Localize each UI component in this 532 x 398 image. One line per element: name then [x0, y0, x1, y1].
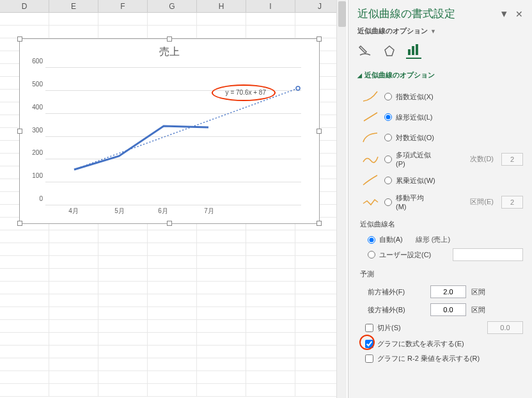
- annotation-circle: [359, 335, 375, 350]
- polynomial-icon: [361, 152, 380, 167]
- pane-title: 近似曲線の書式設定: [357, 6, 455, 21]
- svg-rect-2: [412, 46, 414, 55]
- custom-name-input[interactable]: [453, 248, 523, 261]
- y-tick: 0: [39, 195, 43, 202]
- pane-subtitle-label: 近似曲線のオプション: [357, 26, 428, 36]
- worksheet[interactable]: D E F G H I J: [0, 0, 345, 398]
- y-axis[interactable]: 0 100 200 300 400 500 600: [26, 68, 44, 205]
- chart-object[interactable]: 売上 0 100 200 300 400 500 600: [19, 38, 320, 224]
- forward-unit: 区間: [471, 287, 485, 297]
- power-label: 累乗近似(W): [396, 176, 435, 186]
- power-radio[interactable]: [384, 177, 392, 184]
- section-label: 近似曲線のオプション: [364, 70, 435, 80]
- logarithmic-radio[interactable]: [384, 134, 392, 141]
- exponential-label: 指数近似(X): [396, 92, 434, 102]
- x-axis[interactable]: 4月 5月 6月 7月: [45, 207, 301, 219]
- col-header[interactable]: H: [197, 0, 246, 12]
- auto-name-radio[interactable]: [368, 236, 375, 244]
- intercept-label: 切片(S): [377, 323, 401, 333]
- show-r2-checkbox[interactable]: [365, 354, 373, 363]
- forecast-section: 予測: [360, 269, 523, 279]
- col-header[interactable]: E: [49, 0, 98, 12]
- section-trendline-options[interactable]: ◢ 近似曲線のオプション: [357, 70, 523, 80]
- trendline[interactable]: [74, 88, 298, 170]
- exponential-radio[interactable]: [384, 93, 392, 100]
- y-tick: 500: [32, 80, 43, 87]
- auto-name-value: 線形 (売上): [416, 235, 450, 244]
- resize-handle[interactable]: [167, 36, 172, 42]
- linear-radio[interactable]: [384, 113, 392, 121]
- x-tick: 7月: [204, 207, 214, 216]
- polynomial-order-input: [501, 153, 523, 166]
- trendline-end-marker: [296, 86, 300, 90]
- svg-line-4: [364, 113, 377, 121]
- linear-icon: [361, 109, 380, 125]
- show-r2-label: グラフに R-2 乗値を表示する(R): [377, 354, 480, 363]
- x-tick: 5月: [114, 207, 125, 216]
- column-headers: D E F G H I J: [0, 0, 345, 13]
- col-header[interactable]: F: [98, 0, 148, 12]
- y-tick: 100: [32, 172, 43, 179]
- custom-name-label: ユーザー設定(C): [379, 250, 431, 260]
- resize-handle[interactable]: [17, 36, 22, 42]
- pane-subtitle-dropdown[interactable]: 近似曲線のオプション ▼: [357, 26, 523, 36]
- close-icon[interactable]: ✕: [515, 9, 523, 19]
- polynomial-order-label: 次数(D): [470, 154, 494, 164]
- vertical-scrollbar[interactable]: [336, 0, 347, 398]
- moving-average-label: 移動平均(M): [396, 193, 432, 211]
- pane-menu-icon[interactable]: ▾: [501, 8, 507, 20]
- x-tick: 6月: [158, 207, 168, 216]
- chart-title[interactable]: 売上: [20, 39, 319, 59]
- col-header[interactable]: D: [0, 0, 49, 12]
- resize-handle[interactable]: [167, 221, 172, 226]
- scroll-thumb[interactable]: [338, 1, 346, 27]
- auto-name-label: 自動(A): [379, 235, 403, 244]
- moving-average-period-input: [501, 196, 523, 209]
- svg-rect-3: [416, 44, 418, 55]
- logarithmic-icon: [361, 130, 380, 145]
- forward-input[interactable]: [430, 285, 466, 298]
- trendline-options-icon[interactable]: [406, 44, 421, 59]
- forward-label: 前方補外(F): [368, 287, 425, 297]
- col-header[interactable]: G: [148, 0, 197, 12]
- y-tick: 400: [32, 103, 43, 110]
- moving-average-radio[interactable]: [384, 198, 392, 206]
- show-equation-label: グラフに数式を表示する(E): [377, 339, 464, 349]
- custom-name-radio[interactable]: [368, 251, 375, 259]
- backward-input[interactable]: [430, 303, 466, 316]
- power-icon: [361, 173, 380, 188]
- logarithmic-label: 対数近似(O): [396, 133, 434, 143]
- moving-average-icon: [361, 195, 380, 210]
- x-tick: 4月: [68, 207, 79, 216]
- backward-unit: 区間: [471, 305, 485, 315]
- trendline-name-section: 近似曲線名: [360, 219, 523, 229]
- polynomial-label: 多項式近似(P): [396, 150, 432, 168]
- polynomial-radio[interactable]: [384, 155, 392, 163]
- plot-area[interactable]: 0 100 200 300 400 500 600 4月 5月 6月: [45, 68, 301, 205]
- backward-label: 後方補外(B): [368, 305, 425, 315]
- svg-rect-1: [408, 49, 411, 55]
- resize-handle[interactable]: [17, 221, 22, 226]
- fill-line-icon[interactable]: [357, 44, 373, 59]
- moving-average-period-label: 区間(E): [470, 197, 494, 207]
- resize-handle[interactable]: [317, 221, 322, 226]
- data-series[interactable]: [74, 126, 208, 170]
- exponential-icon: [361, 89, 380, 104]
- intercept-input: [487, 321, 523, 334]
- resize-handle[interactable]: [17, 129, 22, 134]
- resize-handle[interactable]: [317, 129, 322, 134]
- intercept-checkbox[interactable]: [365, 324, 373, 332]
- annotation-oval: [212, 84, 276, 101]
- y-tick: 600: [32, 58, 43, 65]
- format-trendline-pane: 近似曲線の書式設定 ▾ ✕ 近似曲線のオプション ▼ ◢ 近似曲線のオプション …: [348, 0, 532, 398]
- y-tick: 300: [32, 126, 43, 133]
- svg-marker-0: [385, 46, 394, 56]
- resize-handle[interactable]: [317, 36, 322, 42]
- col-header[interactable]: I: [246, 0, 295, 12]
- y-tick: 200: [32, 149, 43, 156]
- linear-label: 線形近似(L): [396, 113, 432, 122]
- effects-icon[interactable]: [382, 44, 397, 59]
